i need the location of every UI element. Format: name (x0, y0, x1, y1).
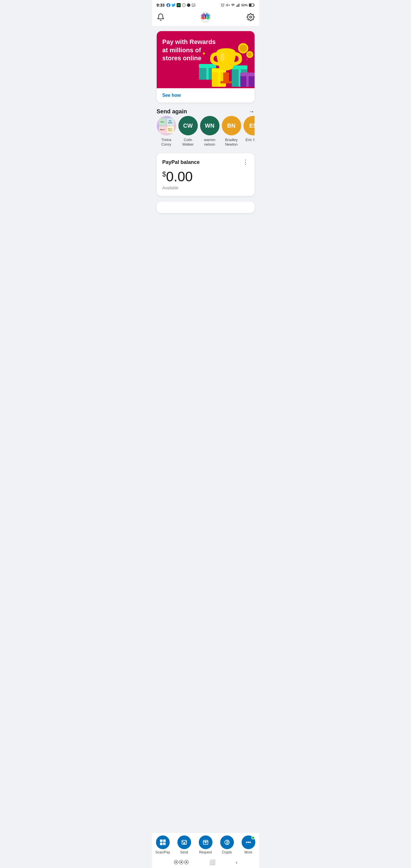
balance-header: PayPal balance ⋮ (162, 159, 249, 165)
status-app-icons: W (166, 3, 195, 7)
balance-menu-button[interactable]: ⋮ (242, 159, 249, 165)
promo-banner: Pay with Rewards at millions of stores o… (157, 31, 255, 88)
nav-item-request[interactable]: Request (197, 835, 214, 854)
dot-icon (187, 3, 190, 7)
contact-name-warren: warrennelson (204, 137, 216, 147)
butterfly-logo (200, 11, 211, 23)
scan-pay-icon-bg (156, 835, 169, 849)
contact-item-colin[interactable]: CW ColinWalker (179, 116, 198, 147)
contact-item-warren[interactable]: WN warrennelson (200, 116, 220, 147)
promo-footer: See how (157, 88, 255, 102)
signal-icon (236, 3, 240, 7)
send-again-title: Send again (157, 108, 187, 115)
facebook-icon (166, 3, 170, 7)
send-again-arrow[interactable]: → (249, 108, 255, 115)
nav-item-send[interactable]: Send (176, 835, 193, 854)
balance-card: PayPal balance ⋮ $0.00 Available (157, 153, 255, 196)
android-recent-button[interactable]: ⦿⦿⦿ (173, 860, 189, 865)
contacts-row: SGC NUSKIN MyLG Sass✦Frass TrishaConry C… (157, 116, 255, 148)
contact-initials-colin: CW (183, 123, 193, 129)
promo-title: Pay with Rewards at millions of stores o… (162, 38, 220, 63)
mute-icon (226, 3, 230, 7)
balance-label: Available (162, 186, 249, 190)
svg-rect-17 (254, 5, 254, 6)
image-icon (191, 3, 195, 7)
svg-point-71 (248, 842, 249, 843)
contact-name-trisha: TrishaConry (161, 137, 171, 147)
contact-initials-bradley: BN (227, 123, 235, 129)
svg-point-73 (250, 842, 251, 843)
bottom-spacer (157, 219, 255, 242)
svg-rect-54 (160, 840, 162, 841)
contact-name-colin: ColinWalker (182, 137, 194, 147)
main-content: Pay with Rewards at millions of stores o… (152, 27, 259, 246)
qr-icon (159, 839, 166, 846)
contact-item-eric[interactable]: ES Eric Soto (244, 116, 255, 147)
nav-label-scan-pay: Scan/Pay (155, 850, 170, 854)
svg-line-6 (221, 4, 221, 4)
svg-marker-8 (226, 4, 228, 6)
battery-icon (249, 3, 255, 7)
card-peek (157, 202, 255, 213)
svg-point-26 (204, 13, 204, 14)
contact-name-eric: Eric Soto (246, 137, 254, 142)
minus-circle-icon (182, 3, 186, 7)
section-header: Send again → (157, 108, 255, 115)
svg-rect-13 (238, 5, 238, 7)
svg-rect-41 (246, 72, 249, 87)
contact-item-trisha[interactable]: SGC NUSKIN MyLG Sass✦Frass TrishaConry (157, 116, 176, 147)
top-nav (152, 9, 259, 27)
currency-symbol: $ (162, 170, 166, 178)
nav-label-more: More (244, 850, 252, 854)
more-icon (245, 839, 252, 846)
svg-rect-15 (239, 3, 240, 7)
notification-button[interactable] (157, 13, 165, 21)
svg-point-24 (205, 15, 206, 19)
nav-item-more[interactable]: More (240, 835, 257, 854)
svg-rect-60 (165, 843, 165, 843)
webtoon-icon: W (177, 3, 181, 7)
svg-rect-12 (236, 5, 237, 7)
nav-item-scan-pay[interactable]: Scan/Pay (154, 835, 171, 854)
more-notification-dot (251, 836, 255, 839)
svg-rect-43 (223, 72, 229, 82)
svg-point-29 (249, 16, 251, 18)
android-nav-bar: ⦿⦿⦿ ⬜ ‹ (152, 857, 259, 868)
send-again-section: Send again → SGC NUSKIN MyLG Sass✦Frass (157, 108, 255, 148)
svg-rect-62 (164, 844, 165, 844)
svg-rect-14 (238, 4, 239, 7)
twitter-icon (171, 3, 176, 7)
request-icon (202, 839, 209, 846)
nav-item-crypto[interactable]: Crypto (218, 835, 235, 854)
contact-name-bradley: BradleyNewton (225, 137, 238, 147)
android-home-button[interactable]: ⬜ (209, 859, 216, 865)
svg-text:✦: ✦ (242, 43, 244, 46)
bottom-nav: Scan/Pay Send Request (152, 832, 259, 857)
svg-rect-32 (207, 64, 209, 80)
crypto-icon (223, 839, 230, 846)
promo-card[interactable]: Pay with Rewards at millions of stores o… (157, 31, 255, 102)
wifi-icon (231, 3, 235, 7)
svg-point-44 (220, 52, 225, 61)
svg-text:✦: ✦ (246, 58, 248, 61)
status-bar: 9:33 W 52% (152, 0, 259, 9)
alarm-icon (221, 3, 225, 7)
nav-label-request: Request (199, 850, 212, 854)
svg-rect-63 (165, 844, 165, 845)
android-back-button[interactable]: ‹ (236, 860, 238, 865)
nav-label-send: Send (180, 850, 188, 854)
contact-item-bradley[interactable]: BN BradleyNewton (222, 116, 241, 147)
nav-label-crypto: Crypto (222, 850, 232, 854)
send-icon-bg (177, 835, 191, 849)
svg-rect-18 (249, 4, 251, 6)
app-logo[interactable] (200, 11, 211, 23)
svg-point-72 (246, 842, 247, 843)
request-icon-bg (199, 835, 212, 849)
status-time: 9:33 (157, 3, 165, 7)
contact-initials-eric: ES (249, 123, 254, 129)
contact-initials-warren: WN (205, 123, 214, 129)
crypto-icon-bg (220, 835, 234, 849)
promo-link[interactable]: See how (162, 93, 181, 98)
svg-point-4 (193, 4, 193, 5)
settings-button[interactable] (247, 13, 255, 21)
